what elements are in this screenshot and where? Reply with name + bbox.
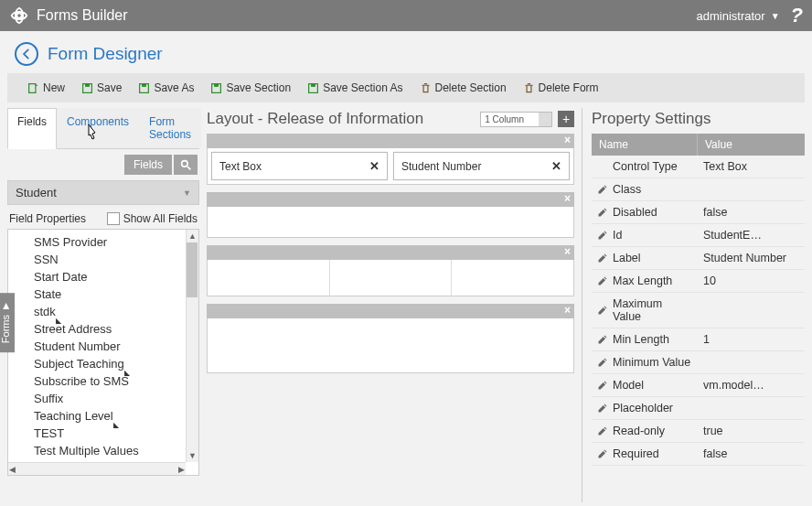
svg-rect-1 [29,83,36,92]
field-list-item[interactable]: Suffix [32,390,198,407]
forms-side-tab[interactable]: Forms ▶ [0,293,15,352]
user-name: administrator [697,9,765,23]
property-row[interactable]: Modelvm.model… [592,374,805,397]
columns-select[interactable]: 1 Column [480,112,540,127]
remove-field-icon[interactable]: ✕ [551,159,561,173]
property-panel-title: Property Settings [592,108,805,134]
layout-section[interactable]: × [207,245,574,296]
page-header: Form Designer [0,31,812,73]
entity-select-value: Student [16,186,57,199]
chevron-down-icon: ▼ [183,188,191,198]
delete-section-button[interactable]: Delete Section [412,77,514,99]
search-mode-label[interactable]: Fields [124,155,172,175]
edit-icon [597,380,608,391]
field-list-item[interactable]: Student Number [32,338,198,355]
edit-icon [597,357,608,368]
edit-icon [597,253,608,264]
field-list-item[interactable]: stdk [32,303,198,320]
scroll-down-icon[interactable]: ▼ [187,449,198,462]
layout-section[interactable]: × Text Box ✕ Student Number ✕ [207,134,574,185]
svg-rect-5 [142,83,146,86]
add-section-button[interactable]: + [558,111,574,127]
scroll-left-icon[interactable]: ◀ [9,465,16,474]
property-row[interactable]: Requiredfalse [592,443,805,466]
horizontal-scrollbar[interactable]: ◀ ▶ [8,462,186,475]
field-list-item[interactable]: Subscribe to SMS [32,372,198,390]
layout-section[interactable]: × [207,304,574,373]
property-row[interactable]: Class [592,178,805,201]
edit-icon [597,448,608,459]
tab-form-sections[interactable]: Form Sections [139,108,201,148]
property-row[interactable]: Min Length1 [592,328,805,351]
edit-icon [597,334,608,345]
tab-fields[interactable]: Fields [7,108,57,149]
save-section-as-icon [307,82,319,94]
chevron-right-icon: ▶ [1,302,10,311]
field-list-item[interactable]: Street Address [32,320,198,338]
property-row[interactable]: Read-onlytrue [592,420,805,443]
save-button[interactable]: Save [74,77,129,99]
search-button[interactable] [174,155,198,175]
property-row[interactable]: Minimum Value [592,351,805,374]
close-icon[interactable]: × [564,192,571,205]
property-row[interactable]: LabelStudent Number [592,247,805,270]
edit-icon [597,207,608,218]
save-as-icon [138,82,150,94]
trash-icon [523,82,535,94]
property-row[interactable]: Disabledfalse [592,201,805,224]
close-icon[interactable]: × [564,304,571,317]
property-row[interactable]: Placeholder [592,397,805,420]
field-list-item[interactable]: Subject Teaching [32,355,198,372]
caret-down-icon: ▼ [771,11,780,21]
property-grid-header: Name Value [592,134,805,156]
new-button[interactable]: New [20,77,72,99]
entity-select[interactable]: Student ▼ [7,180,199,205]
scroll-thumb[interactable] [187,242,198,297]
tab-components[interactable]: Components [57,108,139,148]
remove-field-icon[interactable]: ✕ [369,159,379,173]
save-as-button[interactable]: Save As [131,77,201,99]
user-menu[interactable]: administrator ▼ [697,9,780,23]
field-list-item[interactable]: State [32,285,198,303]
search-icon [180,159,192,171]
field-list-item[interactable]: SSN [32,251,198,268]
checkbox-icon [107,212,120,225]
svg-rect-7 [214,83,219,86]
trash-icon [420,82,432,94]
layout-title: Layout - Release of Information [207,110,423,128]
delete-form-button[interactable]: Delete Form [516,77,606,99]
action-toolbar: New Save Save As Save Section Save Secti… [7,73,805,102]
arrow-left-icon [20,48,33,60]
property-row[interactable]: Max Length10 [592,270,805,293]
field-list-item[interactable]: SMS Provider [32,233,198,251]
layout-section[interactable]: × [207,192,574,238]
field-box-textbox[interactable]: Text Box ✕ [211,152,388,180]
field-list-item[interactable]: Start Date [32,268,198,285]
vertical-scrollbar[interactable]: ▲ ▼ [186,230,198,462]
property-row[interactable]: Maximum Value [592,293,805,328]
save-section-as-button[interactable]: Save Section As [300,77,410,99]
field-list-item[interactable]: Teaching Level [32,407,198,425]
edit-icon [597,403,608,414]
svg-rect-9 [311,83,315,86]
field-list-item[interactable]: Test Multiple Values [32,442,198,459]
save-section-button[interactable]: Save Section [203,77,298,99]
main-area: Fields Components Form Sections Fields S… [0,102,812,502]
back-button[interactable] [15,42,38,66]
edit-icon [597,305,608,316]
app-title: Forms Builder [37,7,697,24]
show-all-fields-checkbox[interactable]: Show All Fields [107,212,198,225]
help-icon[interactable]: ? [791,4,803,27]
field-list: SMS ProviderSSNStart DateStatestdkStreet… [7,229,199,476]
property-row[interactable]: IdStudentE… [592,224,805,247]
field-list-item[interactable]: TEST [32,425,198,442]
scroll-right-icon[interactable]: ▶ [178,465,185,474]
close-icon[interactable]: × [564,245,571,258]
scroll-up-icon[interactable]: ▲ [187,230,198,242]
app-topbar: Forms Builder administrator ▼ ? [0,0,812,31]
edit-icon [597,230,608,241]
field-box-student-number[interactable]: Student Number ✕ [393,152,570,180]
new-icon [27,82,39,94]
save-section-icon [210,82,222,94]
close-icon[interactable]: × [564,134,571,146]
